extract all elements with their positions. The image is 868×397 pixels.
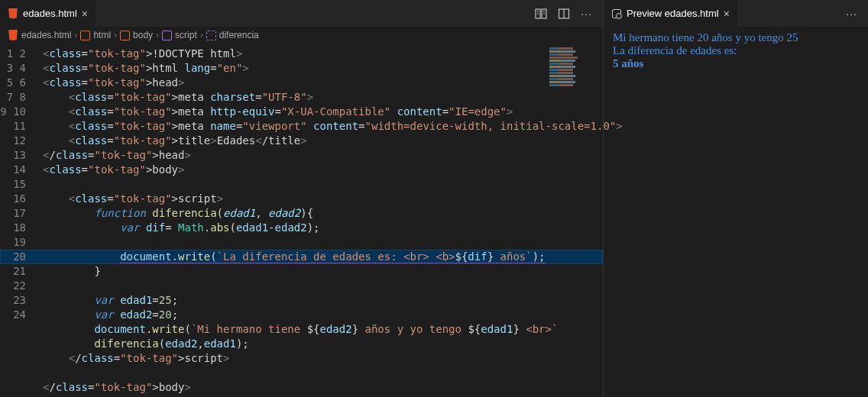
preview-tab-label: Preview edades.html bbox=[627, 8, 719, 19]
chevron-right-icon: › bbox=[74, 30, 77, 40]
preview-icon bbox=[611, 8, 622, 19]
compare-icon[interactable] bbox=[535, 8, 547, 20]
code-content[interactable]: <class="tok-tag">!DOCTYPE html> <class="… bbox=[43, 47, 603, 395]
symbol-html-icon bbox=[80, 31, 90, 40]
chevron-right-icon: › bbox=[156, 30, 159, 40]
breadcrumb-function[interactable]: diferencia bbox=[219, 30, 259, 40]
editor-tab-edades[interactable]: edades.html × bbox=[0, 0, 96, 27]
breadcrumb-script[interactable]: script bbox=[175, 30, 197, 40]
preview-line2: La diferencia de edades es: bbox=[613, 44, 737, 56]
breadcrumb[interactable]: edades.html › html › body › script › dif… bbox=[0, 27, 603, 44]
symbol-body-icon bbox=[120, 31, 130, 40]
close-icon[interactable]: × bbox=[724, 8, 730, 20]
chevron-right-icon: › bbox=[200, 30, 203, 40]
more-actions-icon[interactable]: ··· bbox=[846, 8, 857, 20]
editor-tab-bar: edades.html × ··· bbox=[0, 0, 603, 27]
minimap[interactable] bbox=[546, 47, 600, 138]
symbol-script-icon bbox=[162, 31, 172, 40]
preview-line1: Mi hermano tiene 20 años y yo tengo 25 bbox=[613, 31, 798, 44]
preview-content: Mi hermano tiene 20 años y yo tengo 25 L… bbox=[604, 27, 868, 75]
code-editor[interactable]: 1 2 3 4 5 6 7 8 9 10 11 12 13 14 15 16 1… bbox=[0, 44, 603, 397]
breadcrumb-body[interactable]: body bbox=[133, 30, 153, 40]
breadcrumb-file[interactable]: edades.html bbox=[21, 30, 71, 40]
preview-tab-bar: Preview edades.html × ··· bbox=[604, 0, 868, 27]
preview-pane: Preview edades.html × ··· Mi hermano tie… bbox=[604, 0, 868, 397]
close-icon[interactable]: × bbox=[82, 8, 88, 20]
chevron-right-icon: › bbox=[114, 30, 117, 40]
breadcrumb-html[interactable]: html bbox=[93, 30, 111, 40]
html5-icon bbox=[8, 30, 18, 40]
more-actions-icon[interactable]: ··· bbox=[581, 8, 592, 20]
editor-tab-actions: ··· bbox=[535, 8, 603, 20]
preview-tab[interactable]: Preview edades.html × bbox=[604, 0, 738, 27]
preview-tab-actions: ··· bbox=[846, 8, 868, 20]
symbol-function-icon bbox=[206, 31, 216, 40]
editor-tab-label: edades.html bbox=[23, 8, 77, 19]
split-editor-icon[interactable] bbox=[558, 8, 570, 20]
html5-icon bbox=[8, 8, 18, 19]
preview-line3: 5 años bbox=[613, 57, 643, 69]
line-gutter: 1 2 3 4 5 6 7 8 9 10 11 12 13 14 15 16 1… bbox=[0, 44, 35, 322]
editor-pane: edades.html × ··· edades.html › html › b… bbox=[0, 0, 604, 397]
